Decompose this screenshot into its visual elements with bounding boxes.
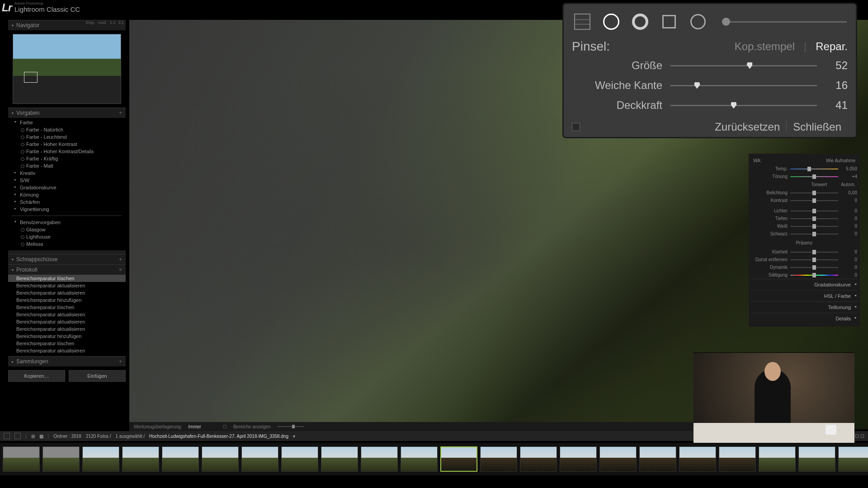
filmstrip-thumb[interactable] — [440, 446, 477, 472]
section-tone-curve[interactable]: Gradationskurve◂ — [751, 279, 857, 290]
preset-group[interactable]: Vignettierung — [8, 206, 126, 213]
secondary-display-icon[interactable] — [14, 433, 21, 439]
filmstrip-thumb[interactable] — [759, 446, 796, 472]
filmstrip-thumb[interactable] — [82, 446, 119, 472]
zoom-fit[interactable]: Einp. — [86, 20, 95, 25]
temp-slider[interactable] — [790, 169, 838, 169]
saturation-slider[interactable] — [790, 275, 838, 276]
filmstrip-thumb[interactable] — [838, 446, 868, 472]
snapshots-header[interactable]: ▾ Schnappschüsse + — [8, 254, 126, 264]
preset-item[interactable]: Farbe - Kräftig — [8, 155, 126, 162]
copy-button[interactable]: Kopieren… — [8, 370, 65, 382]
preset-item[interactable]: Farbe - Leuchtend — [8, 133, 126, 141]
preset-item[interactable]: Farbe - Matt — [8, 162, 126, 169]
history-item[interactable]: Bereichsreparatur hinzufügen — [8, 296, 126, 304]
filmstrip-thumb[interactable] — [679, 446, 716, 472]
history-item[interactable]: Bereichsreparatur aktualisieren — [8, 325, 126, 333]
dehaze-slider[interactable] — [790, 259, 838, 260]
contrast-slider[interactable] — [790, 200, 838, 201]
redeye-tool-icon[interactable] — [631, 12, 650, 31]
zoom-1to1[interactable]: 1:1 — [110, 20, 116, 25]
exposure-slider[interactable] — [790, 192, 838, 193]
whites-slider[interactable] — [790, 226, 838, 227]
navigator-header[interactable]: ▾ Navigator Einp. Ausf. 1:1 3:1 — [8, 20, 126, 30]
preset-item[interactable]: Farbe - Hoher Kontrast/Details — [8, 148, 126, 155]
toggle-checkbox[interactable] — [572, 123, 580, 131]
auto-tone-button[interactable]: Autom. — [841, 182, 857, 187]
history-item[interactable]: Bereichsreparatur aktualisieren — [8, 318, 126, 325]
preset-item[interactable]: Glasgow — [8, 226, 126, 233]
filmstrip-thumb[interactable] — [560, 446, 597, 472]
current-filename[interactable]: Hochzeit-Ludwigshafen-Full-Benkesser-27.… — [149, 434, 288, 439]
adjustment-brush-icon[interactable] — [722, 21, 847, 23]
section-details[interactable]: Details▾ — [751, 313, 857, 324]
preset-group[interactable]: Gradationskurve — [8, 184, 126, 191]
size-slider[interactable] — [670, 65, 817, 66]
zoom-3to1[interactable]: 3:1 — [118, 20, 124, 25]
vibrance-slider[interactable] — [790, 267, 838, 268]
filmstrip-thumb[interactable] — [202, 446, 239, 472]
preset-group[interactable]: Schärfen — [8, 198, 126, 206]
filmstrip-thumb[interactable] — [401, 446, 438, 472]
history-item[interactable]: Bereichsreparatur löschen — [8, 340, 126, 347]
spot-removal-tool-icon[interactable] — [602, 12, 621, 31]
close-button[interactable]: Schließen — [787, 121, 848, 133]
opacity-slider[interactable] — [670, 105, 817, 106]
zoom-fill[interactable]: Ausf. — [98, 20, 107, 25]
reset-button[interactable]: Zurücksetzen — [708, 121, 786, 133]
heal-mode[interactable]: Repar. — [816, 40, 848, 53]
clarity-slider[interactable] — [790, 252, 838, 253]
preset-group[interactable]: Körnung — [8, 191, 126, 198]
filmstrip-thumb[interactable] — [321, 446, 358, 472]
blacks-slider[interactable] — [790, 234, 838, 235]
graduated-filter-icon[interactable] — [660, 12, 679, 31]
radial-filter-icon[interactable] — [689, 12, 708, 31]
add-preset-icon[interactable]: + — [119, 110, 122, 116]
folder-path[interactable]: Ordner : 2018 — [53, 434, 81, 439]
history-item[interactable]: Bereichsreparatur aktualisieren — [8, 289, 126, 296]
crop-tool-icon[interactable] — [573, 12, 592, 31]
history-item[interactable]: Bereichsreparatur aktualisieren — [8, 311, 126, 318]
history-item[interactable]: Bereichsreparatur löschen — [8, 304, 126, 311]
filmstrip-thumb[interactable] — [480, 446, 517, 472]
presets-header[interactable]: ▾ Vorgaben + — [8, 108, 126, 118]
preset-item[interactable]: Farbe - Hoher Kontrast — [8, 141, 126, 148]
preset-item[interactable]: Lighthouse — [8, 233, 126, 240]
preset-group[interactable]: Farbe — [8, 119, 126, 126]
highlights-slider[interactable] — [790, 211, 838, 211]
section-split-toning[interactable]: Teiltonung◂ — [751, 301, 857, 313]
wb-value[interactable]: Wie Aufnahme — [826, 158, 857, 163]
history-header[interactable]: ▾ Protokoll × — [8, 264, 126, 275]
filmstrip-thumb[interactable] — [361, 446, 398, 472]
overlay-dropdown[interactable]: Immer — [189, 424, 201, 429]
filmstrip-thumb[interactable] — [599, 446, 637, 472]
filmstrip-thumb[interactable] — [719, 446, 756, 472]
filmstrip-thumb[interactable] — [122, 446, 159, 472]
preset-group[interactable]: S/W — [8, 177, 126, 184]
navigator-preview[interactable] — [13, 34, 121, 104]
show-areas-checkbox[interactable]: Bereiche anzeigen — [233, 424, 271, 429]
history-item[interactable]: Bereichsreparatur aktualisieren — [8, 347, 126, 354]
filmstrip-thumb[interactable] — [281, 446, 318, 472]
preset-group[interactable]: Kreativ — [8, 169, 126, 177]
history-item[interactable]: Bereichsreparatur hinzufügen — [8, 333, 126, 340]
filmstrip-thumb[interactable] — [3, 446, 40, 472]
filmstrip[interactable] — [0, 443, 868, 475]
user-presets-group[interactable]: Benutzervorgaben — [8, 219, 126, 226]
clear-history-icon[interactable]: × — [119, 267, 122, 273]
paste-button[interactable]: Einfügen — [69, 370, 126, 382]
shadows-slider[interactable] — [790, 218, 838, 219]
preset-item[interactable]: Melissa — [8, 240, 126, 248]
show-areas-slider[interactable] — [277, 426, 304, 427]
clone-mode[interactable]: Kop.stempel — [735, 40, 795, 53]
filmstrip-thumb[interactable] — [798, 446, 835, 472]
filmstrip-thumb[interactable] — [162, 446, 199, 472]
tint-slider[interactable] — [790, 176, 838, 177]
navigator-view-box[interactable] — [24, 72, 38, 83]
history-item[interactable]: Bereichsreparatur löschen — [8, 275, 126, 282]
collections-header[interactable]: ▸ Sammlungen + — [8, 356, 126, 366]
feather-slider[interactable] — [670, 85, 817, 86]
section-hsl[interactable]: HSL / Farbe◂ — [751, 290, 857, 301]
preset-item[interactable]: Farbe - Natürlich — [8, 126, 126, 133]
filmstrip-thumb[interactable] — [241, 446, 278, 472]
